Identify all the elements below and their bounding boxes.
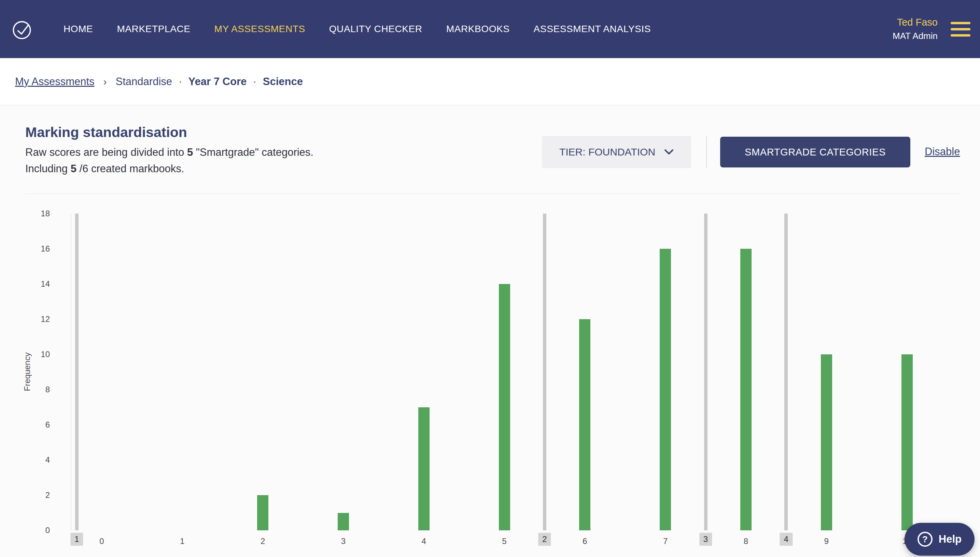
user-menu[interactable]: Ted Faso MAT Admin <box>892 17 938 41</box>
category-boundary-label: 4 <box>780 533 793 546</box>
x-tick-label: 9 <box>824 536 829 546</box>
chevron-right-icon: › <box>104 76 107 88</box>
help-button-label: Help <box>939 533 962 546</box>
markbook-count: 5 <box>71 163 76 174</box>
breadcrumb-segment-standardise: Standardise <box>116 75 172 88</box>
y-tick-label: 14 <box>29 279 50 289</box>
smartgrade-categories-button[interactable]: SMARTGRADE CATEGORIES <box>720 137 910 168</box>
frequency-bar <box>257 495 268 530</box>
help-button[interactable]: ? Help <box>905 523 975 555</box>
nav-item-home[interactable]: HOME <box>63 24 93 34</box>
nav-item-markbooks[interactable]: MARKBOOKS <box>446 24 510 34</box>
nav-item-marketplace[interactable]: MARKETPLACE <box>117 24 190 34</box>
subtitle-text: "Smartgrade" categories. <box>193 146 313 158</box>
nav-items: HOMEMARKETPLACEMY ASSESSMENTSQUALITY CHE… <box>63 24 651 34</box>
y-tick-label: 18 <box>29 209 50 218</box>
frequency-bar <box>740 249 751 530</box>
subtitle-text: Including <box>25 163 71 174</box>
subtitle-text: Raw scores are being divided into <box>25 146 187 158</box>
breadcrumb: My Assessments › Standardise · Year 7 Co… <box>0 58 980 105</box>
frequency-bar <box>499 284 510 530</box>
category-boundary-line <box>784 213 788 530</box>
nav-item-quality-checker[interactable]: QUALITY CHECKER <box>329 24 422 34</box>
x-tick-label: 7 <box>663 536 668 546</box>
frequency-bar <box>821 354 832 530</box>
breadcrumb-current: Standardise · Year 7 Core · Science <box>116 75 303 88</box>
tier-dropdown[interactable]: TIER: FOUNDATION <box>542 136 691 168</box>
y-tick-label: 16 <box>29 244 50 254</box>
plot-area: 0246810121416180123456789101234 <box>71 213 961 530</box>
frequency-bar <box>902 354 913 530</box>
category-boundary-label: 1 <box>70 533 83 546</box>
main-content: Marking standardisation Raw scores are b… <box>0 105 980 557</box>
tier-dropdown-label: TIER: FOUNDATION <box>559 146 655 158</box>
breadcrumb-link-my-assessments[interactable]: My Assessments <box>15 75 94 88</box>
page-title: Marking standardisation <box>25 124 187 140</box>
breadcrumb-separator: · <box>253 75 256 88</box>
nav-item-assessment-analysis[interactable]: ASSESSMENT ANALYSIS <box>534 24 651 34</box>
y-tick-label: 4 <box>29 455 50 465</box>
subtitle-line-1: Raw scores are being divided into 5 "Sma… <box>25 146 313 158</box>
frequency-bar <box>579 319 591 530</box>
category-boundary-label: 3 <box>699 533 712 546</box>
nav-right: Ted Faso MAT Admin <box>892 17 980 41</box>
category-boundary-line <box>75 213 78 530</box>
user-role: MAT Admin <box>892 31 938 41</box>
controls-divider <box>706 137 707 168</box>
frequency-bar <box>418 407 430 531</box>
x-tick-label: 8 <box>744 536 748 546</box>
x-tick-label: 3 <box>341 536 346 546</box>
y-tick-label: 12 <box>29 314 50 324</box>
x-tick-label: 6 <box>582 536 587 546</box>
breadcrumb-segment-subject: Science <box>263 75 303 88</box>
subtitle-line-2: Including 5 /6 created markbooks. <box>25 163 184 175</box>
x-tick-label: 0 <box>99 536 104 546</box>
chevron-down-icon <box>664 149 674 155</box>
x-tick-label: 1 <box>180 536 184 546</box>
y-tick-label: 2 <box>29 490 50 500</box>
x-tick-label: 5 <box>502 536 506 546</box>
category-boundary-line <box>543 213 546 530</box>
logo-icon[interactable] <box>10 18 34 41</box>
frequency-bar <box>660 249 671 530</box>
y-tick-label: 0 <box>29 526 50 535</box>
x-tick-label: 2 <box>261 536 265 546</box>
hamburger-menu-icon[interactable] <box>951 20 970 39</box>
user-name: Ted Faso <box>892 17 938 28</box>
top-nav: HOMEMARKETPLACEMY ASSESSMENTSQUALITY CHE… <box>0 0 980 58</box>
frequency-bar <box>338 513 349 531</box>
nav-item-my-assessments[interactable]: MY ASSESSMENTS <box>214 24 305 34</box>
y-tick-label: 10 <box>29 350 50 359</box>
category-boundary-label: 2 <box>538 533 551 546</box>
x-tick-label: 4 <box>422 536 426 546</box>
category-boundary-line <box>704 213 707 530</box>
category-count: 5 <box>187 146 193 158</box>
breadcrumb-separator: · <box>178 75 182 88</box>
question-mark-icon: ? <box>918 532 933 547</box>
breadcrumb-segment-year: Year 7 Core <box>188 75 247 88</box>
y-tick-label: 6 <box>29 420 50 430</box>
disable-link[interactable]: Disable <box>925 146 960 158</box>
subtitle-text: /6 created markbooks. <box>76 163 184 174</box>
y-tick-label: 8 <box>29 385 50 394</box>
